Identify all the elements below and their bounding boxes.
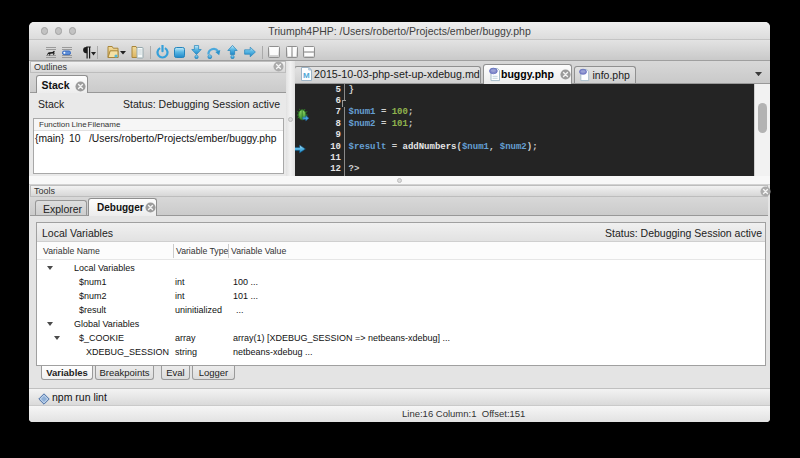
svg-text:M: M (303, 71, 310, 80)
